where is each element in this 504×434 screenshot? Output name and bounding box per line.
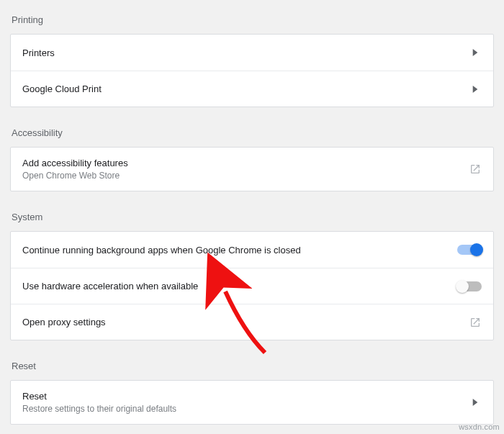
accessibility-title: Add accessibility features — [22, 158, 128, 168]
hardware-acceleration-row: Use hardware acceleration when available — [11, 268, 493, 304]
background-apps-label: Continue running background apps when Go… — [22, 245, 301, 256]
section-header-printing: Printing — [10, 10, 494, 34]
printing-card: Printers Google Cloud Print — [10, 34, 494, 107]
chevron-right-icon — [469, 46, 482, 59]
chevron-right-icon — [469, 396, 482, 409]
cloud-print-label: Google Cloud Print — [22, 83, 102, 94]
background-apps-row: Continue running background apps when Go… — [11, 232, 493, 268]
reset-card: Reset Restore settings to their original… — [10, 380, 494, 425]
chevron-right-icon — [469, 83, 482, 96]
add-accessibility-row[interactable]: Add accessibility features Open Chrome W… — [11, 148, 493, 191]
reset-row[interactable]: Reset Restore settings to their original… — [11, 381, 493, 424]
external-link-icon — [469, 163, 482, 176]
background-apps-toggle[interactable] — [457, 245, 482, 255]
reset-subtitle: Restore settings to their original defau… — [22, 404, 176, 414]
printers-label: Printers — [22, 48, 55, 58]
external-link-icon — [469, 316, 482, 329]
google-cloud-print-row[interactable]: Google Cloud Print — [11, 71, 493, 107]
accessibility-card: Add accessibility features Open Chrome W… — [10, 147, 494, 191]
system-card: Continue running background apps when Go… — [10, 231, 494, 340]
accessibility-subtitle: Open Chrome Web Store — [22, 171, 128, 181]
section-header-reset: Reset — [10, 356, 494, 380]
section-header-accessibility: Accessibility — [10, 123, 494, 147]
watermark-text: wsxdn.com — [459, 422, 500, 431]
proxy-label: Open proxy settings — [22, 317, 106, 327]
hardware-accel-toggle[interactable] — [457, 281, 482, 291]
printers-row[interactable]: Printers — [11, 35, 493, 71]
reset-title: Reset — [22, 391, 176, 402]
section-header-system: System — [10, 207, 494, 231]
open-proxy-row[interactable]: Open proxy settings — [11, 304, 493, 340]
hardware-accel-label: Use hardware acceleration when available — [22, 281, 198, 291]
